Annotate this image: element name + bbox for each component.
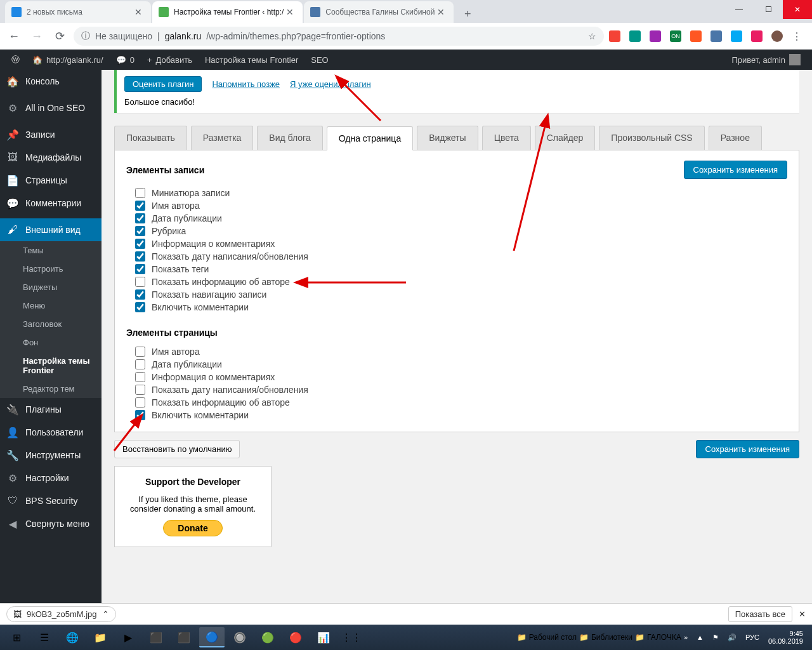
sidebar-subitem[interactable]: Редактор тем — [0, 380, 102, 398]
app-icon[interactable]: 📊 — [311, 627, 336, 647]
sidebar-item[interactable]: 🖼Медиафайлы — [0, 146, 102, 169]
option-row[interactable]: Дата публикации — [135, 358, 787, 371]
option-row[interactable]: Имя автора — [135, 345, 787, 358]
sidebar-item[interactable]: 🛡BPS Security — [0, 489, 102, 512]
ext-icon[interactable] — [710, 30, 722, 42]
donate-button[interactable]: Donate — [163, 520, 222, 536]
checkbox[interactable] — [135, 201, 145, 211]
option-row[interactable]: Информация о комментариях — [135, 371, 787, 383]
sidebar-subitem[interactable]: Темы — [0, 241, 102, 260]
option-row[interactable]: Показать информацию об авторе — [135, 275, 787, 288]
sidebar-item[interactable]: ⚙All in One SEO — [0, 96, 102, 119]
taskbar-folder[interactable]: 📁Рабочий стол — [517, 633, 577, 642]
profile-avatar-icon[interactable] — [771, 30, 783, 42]
profile-link[interactable]: Привет, admin — [725, 50, 807, 70]
add-new[interactable]: +Добавить — [141, 50, 199, 70]
tray-chevron-icon[interactable]: » — [684, 633, 688, 641]
new-tab-button[interactable]: + — [459, 5, 476, 23]
restore-defaults-button[interactable]: Восстановить по умолчанию — [114, 440, 240, 458]
settings-tab[interactable]: Одна страница — [327, 126, 414, 150]
ext-icon[interactable] — [751, 30, 763, 42]
chrome-icon[interactable]: 🔵 — [199, 627, 225, 647]
remind-later-link[interactable]: Напомнить позже — [212, 79, 280, 89]
settings-tab[interactable]: Слайдер — [535, 126, 596, 150]
app-icon[interactable]: 🔘 — [227, 627, 252, 647]
ext-icon[interactable] — [650, 30, 661, 42]
option-row[interactable]: Миниатюра записи — [135, 187, 787, 199]
taskbar-folder[interactable]: 📁ГАЛОЧКА — [635, 633, 681, 642]
download-item[interactable]: 🖼 9kOB3_zo5mM.jpg ⌃ — [6, 606, 116, 622]
ext-icon[interactable] — [609, 30, 620, 42]
ext-icon[interactable] — [731, 30, 742, 42]
media-icon[interactable]: ▶ — [115, 627, 141, 647]
taskview-icon[interactable]: ☰ — [32, 627, 57, 647]
tray-arrow-icon[interactable]: ▲ — [697, 633, 704, 641]
settings-tab[interactable]: Вид блога — [257, 126, 322, 150]
browser-tab[interactable]: Настройка темы Frontier ‹ http:/ ✕ — [152, 1, 303, 23]
checkbox[interactable] — [135, 264, 145, 274]
explorer-icon[interactable]: 📁 — [88, 627, 113, 647]
checkbox[interactable] — [135, 410, 145, 420]
maximize-button[interactable]: ☐ — [754, 0, 783, 19]
checkbox[interactable] — [135, 239, 145, 249]
sidebar-item[interactable]: 🔧Инструменты — [0, 444, 102, 467]
start-button[interactable]: ⊞ — [4, 627, 29, 647]
menu-icon[interactable]: ⋮ — [792, 30, 802, 43]
checkbox[interactable] — [135, 188, 145, 198]
option-row[interactable]: Рубрика — [135, 225, 787, 237]
forward-icon[interactable]: → — [28, 27, 46, 45]
seo-link[interactable]: SEO — [304, 50, 334, 70]
tray-icon[interactable]: 🔊 — [728, 633, 737, 642]
show-all-downloads-button[interactable]: Показать все — [728, 606, 792, 622]
app-icon[interactable]: ⋮⋮ — [339, 627, 364, 647]
window-close-button[interactable]: ✕ — [783, 0, 812, 19]
checkbox[interactable] — [135, 385, 145, 395]
browser-tab[interactable]: Сообщества Галины Скибиной ✕ — [304, 1, 454, 23]
checkbox[interactable] — [135, 226, 145, 236]
sidebar-item[interactable]: 📌Записи — [0, 123, 102, 146]
ext-icon[interactable] — [629, 30, 641, 42]
rate-plugin-button[interactable]: Оценить плагин — [124, 76, 202, 92]
sidebar-item[interactable]: ◀Свернуть меню — [0, 512, 102, 535]
settings-tab[interactable]: Виджеты — [417, 126, 478, 150]
star-icon[interactable]: ☆ — [588, 31, 596, 41]
option-row[interactable]: Имя автора — [135, 199, 787, 212]
close-icon[interactable]: ✕ — [435, 7, 447, 17]
checkbox[interactable] — [135, 289, 145, 300]
reload-icon[interactable]: ⟳ — [51, 27, 69, 45]
sidebar-subitem[interactable]: Настройка темы Frontier — [0, 352, 102, 380]
ext-icon[interactable] — [690, 30, 702, 42]
checkbox[interactable] — [135, 347, 145, 357]
checkbox[interactable] — [135, 213, 145, 223]
option-row[interactable]: Дата публикации — [135, 212, 787, 225]
option-row[interactable]: Показать дату написания/обновления — [135, 383, 787, 396]
lang-indicator[interactable]: РУС — [745, 633, 759, 641]
settings-tab[interactable]: Разметка — [191, 126, 254, 150]
option-row[interactable]: Информация о комментариях — [135, 237, 787, 250]
option-row[interactable]: Показать теги — [135, 263, 787, 275]
sidebar-subitem[interactable]: Заголовок — [0, 315, 102, 333]
sidebar-item[interactable]: 👤Пользователи — [0, 421, 102, 444]
app-icon[interactable]: ⬛ — [143, 627, 169, 647]
back-icon[interactable]: ← — [5, 27, 23, 45]
site-link[interactable]: 🏠http://galank.ru/ — [26, 50, 110, 70]
option-row[interactable]: Включить комментарии — [135, 301, 787, 314]
tray-icon[interactable]: ⚑ — [712, 633, 719, 642]
close-icon[interactable]: ✕ — [799, 609, 806, 619]
save-button[interactable]: Сохранить изменения — [684, 161, 788, 179]
already-rated-link[interactable]: Я уже оценил плагин — [290, 79, 371, 89]
settings-tab[interactable]: Показывать — [114, 126, 187, 150]
sidebar-subitem[interactable]: Меню — [0, 296, 102, 315]
settings-tab[interactable]: Цвета — [482, 126, 531, 150]
sidebar-item[interactable]: 🔌Плагины — [0, 398, 102, 421]
opera-icon[interactable]: 🔴 — [283, 627, 308, 647]
checkbox[interactable] — [135, 359, 145, 369]
sidebar-item[interactable]: ⚙Настройки — [0, 467, 102, 489]
checkbox[interactable] — [135, 251, 145, 262]
ie-icon[interactable]: 🌐 — [60, 627, 85, 647]
sidebar-item[interactable]: 🏠Консоль — [0, 70, 102, 93]
sidebar-item[interactable]: 💬Комментарии — [0, 192, 102, 215]
checkbox[interactable] — [135, 277, 145, 287]
close-icon[interactable]: ✕ — [284, 7, 296, 17]
minimize-button[interactable]: — — [724, 0, 754, 19]
